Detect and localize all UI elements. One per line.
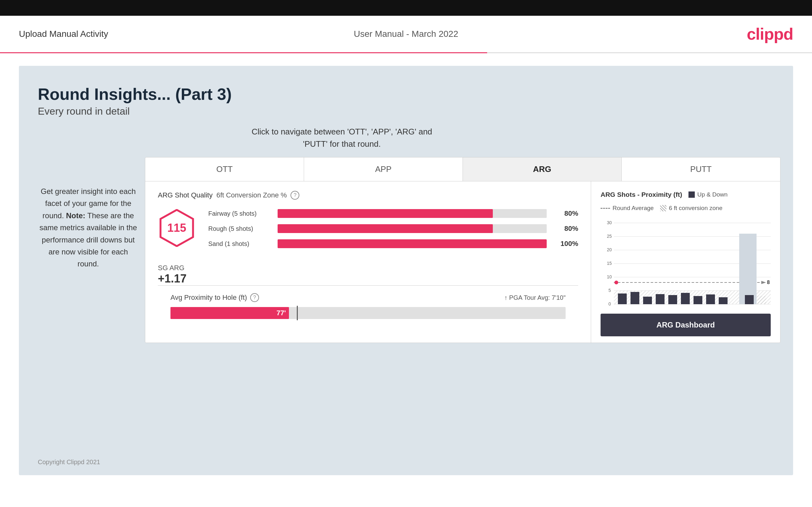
shot-row-sand: Sand (1 shots) 100% — [208, 239, 578, 248]
header: Upload Manual Activity User Manual - Mar… — [0, 16, 812, 52]
left-description: Get greater insight into each facet of y… — [38, 185, 139, 270]
svg-rect-25 — [618, 293, 627, 304]
legend-up-down-icon — [689, 191, 695, 198]
proximity-header: Avg Proximity to Hole (ft) ? ↑ PGA Tour … — [170, 293, 566, 302]
svg-text:10: 10 — [607, 274, 612, 279]
svg-rect-32 — [706, 294, 715, 304]
header-divider — [0, 52, 812, 53]
sand-bar-fill — [277, 239, 547, 248]
rough-label: Rough (5 shots) — [208, 225, 271, 232]
panel-left: ARG Shot Quality 6ft Conversion Zone % ?… — [145, 181, 591, 343]
hex-score-value: 115 — [167, 221, 186, 235]
svg-rect-30 — [681, 293, 690, 304]
tab-ott[interactable]: OTT — [145, 158, 304, 181]
shot-row-fairway: Fairway (5 shots) 80% — [208, 209, 578, 218]
svg-rect-29 — [668, 295, 677, 304]
fairway-bar-fill — [277, 209, 493, 218]
tab-app[interactable]: APP — [304, 158, 463, 181]
chart-svg: 0 5 10 15 20 25 30 — [601, 218, 771, 306]
shot-bars: Fairway (5 shots) 80% Rough (5 shots) — [208, 209, 578, 255]
svg-rect-35 — [758, 296, 766, 304]
shot-row-rough: Rough (5 shots) 80% — [208, 224, 578, 233]
svg-rect-28 — [656, 294, 665, 304]
legend-conversion-zone-label: 6 ft conversion zone — [669, 205, 722, 212]
legend-round-avg-icon — [601, 208, 610, 209]
hex-container: 115 Fairway (5 shots) 80% Rough (5 shots… — [158, 209, 578, 255]
annotation-text: Click to navigate between 'OTT', 'APP', … — [240, 126, 444, 150]
panel-content: ARG Shot Quality 6ft Conversion Zone % ?… — [145, 181, 780, 343]
svg-text:0: 0 — [608, 301, 611, 306]
chart-title: ARG Shots - Proximity (ft) — [601, 191, 682, 199]
rough-pct: 80% — [553, 225, 578, 233]
desc-text: Get greater insight into each facet of y… — [39, 187, 137, 268]
proximity-bar-fill: 77' — [170, 307, 289, 319]
svg-text:5: 5 — [608, 288, 611, 293]
svg-rect-33 — [719, 297, 727, 304]
arg-shot-quality-label: ARG Shot Quality — [158, 191, 213, 199]
svg-text:20: 20 — [607, 247, 612, 252]
clippd-logo: clippd — [747, 24, 793, 44]
desc-note: Note: — [66, 211, 85, 220]
proximity-label-group: Avg Proximity to Hole (ft) ? — [170, 293, 259, 302]
proximity-value: 77' — [276, 309, 286, 317]
conversion-zone-label: 6ft Conversion Zone % — [216, 191, 287, 199]
svg-rect-24 — [739, 234, 757, 304]
copyright: Copyright Clippd 2021 — [38, 458, 100, 466]
rough-bar — [277, 224, 547, 233]
pga-avg-label: ↑ PGA Tour Avg: 7'10" — [504, 294, 566, 301]
arg-dashboard-button[interactable]: ARG Dashboard — [601, 314, 771, 336]
svg-text:15: 15 — [607, 261, 612, 266]
sg-section: SG ARG +1.17 — [158, 264, 578, 285]
proximity-help-icon[interactable]: ? — [250, 293, 259, 302]
svg-point-21 — [614, 281, 618, 284]
sg-arg-label: SG ARG — [158, 264, 578, 272]
top-bar — [0, 0, 812, 16]
chart-area: 0 5 10 15 20 25 30 — [601, 218, 771, 307]
fairway-bar — [277, 209, 547, 218]
tab-bar: OTT APP ARG PUTT — [145, 158, 780, 181]
sand-label: Sand (1 shots) — [208, 240, 271, 247]
hexagon-score: 115 — [158, 209, 196, 247]
page-subtitle: Every round in detail — [38, 106, 774, 117]
main-panel: OTT APP ARG PUTT ARG Shot Quality 6ft Co… — [145, 157, 780, 343]
sg-arg-value: +1.17 — [158, 272, 578, 285]
svg-text:30: 30 — [607, 220, 612, 225]
svg-text:8: 8 — [767, 280, 770, 285]
legend-up-down-label: Up & Down — [697, 191, 727, 198]
chart-header: ARG Shots - Proximity (ft) Up & Down Rou… — [601, 191, 771, 212]
svg-rect-34 — [745, 295, 754, 304]
svg-marker-22 — [761, 281, 766, 284]
upload-manual-activity-label: Upload Manual Activity — [19, 29, 108, 39]
sand-pct: 100% — [553, 240, 578, 248]
legend-conversion-zone-icon — [660, 205, 666, 211]
page-title: Round Insights... (Part 3) — [38, 85, 774, 104]
sand-bar — [277, 239, 547, 248]
fairway-label: Fairway (5 shots) — [208, 210, 271, 217]
svg-rect-31 — [694, 296, 702, 304]
proximity-label-text: Avg Proximity to Hole (ft) — [170, 293, 247, 302]
fairway-pct: 80% — [553, 210, 578, 218]
document-title: User Manual - March 2022 — [354, 29, 458, 39]
help-icon[interactable]: ? — [291, 191, 299, 200]
svg-rect-27 — [643, 297, 652, 304]
legend-round-avg-label: Round Average — [613, 205, 654, 212]
rough-bar-fill — [277, 224, 493, 233]
svg-rect-26 — [630, 292, 639, 304]
section-header: ARG Shot Quality 6ft Conversion Zone % ? — [158, 191, 578, 200]
legend-conversion-zone: 6 ft conversion zone — [660, 205, 722, 212]
legend-up-down: Up & Down — [689, 191, 727, 198]
proximity-section: Avg Proximity to Hole (ft) ? ↑ PGA Tour … — [158, 285, 578, 327]
legend-round-avg: Round Average — [601, 205, 654, 212]
svg-text:25: 25 — [607, 234, 612, 239]
proximity-marker — [297, 306, 298, 320]
proximity-bar-outer: 77' — [170, 307, 566, 319]
panel-right: ARG Shots - Proximity (ft) Up & Down Rou… — [591, 181, 780, 343]
tab-arg[interactable]: ARG — [463, 158, 622, 181]
tab-putt[interactable]: PUTT — [622, 158, 780, 181]
main-content: Round Insights... (Part 3) Every round i… — [19, 66, 793, 475]
